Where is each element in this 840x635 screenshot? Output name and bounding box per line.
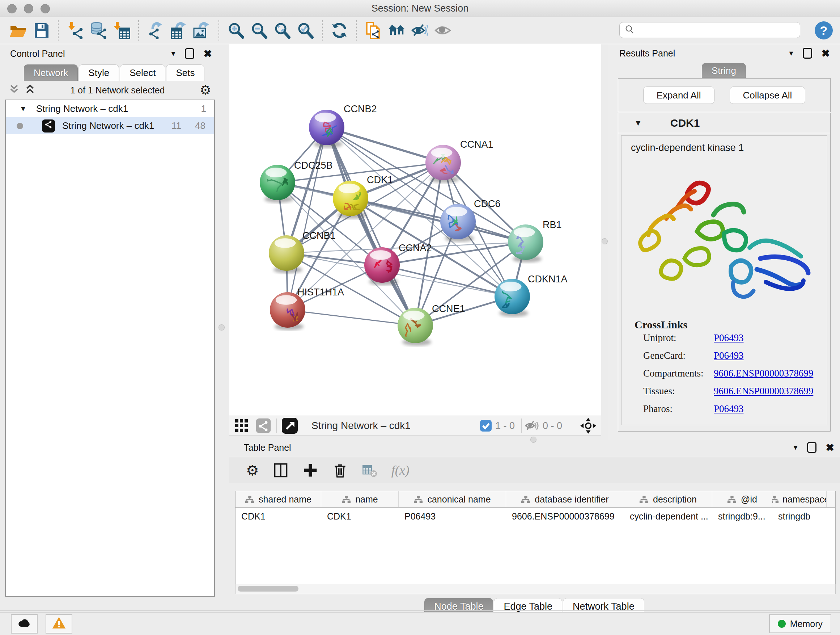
- network-view[interactable]: CCNB2CCNA1CDC25BCDK1CDC6RB1CCNB1CCNA2CDK…: [229, 44, 601, 416]
- add-column-icon[interactable]: [302, 462, 318, 478]
- table-horizontal-scrollbar[interactable]: [235, 584, 836, 594]
- crosslink-link[interactable]: 9606.ENSP00000378699: [714, 368, 813, 379]
- export-network-button[interactable]: [144, 19, 167, 42]
- node-details-header[interactable]: ▼ CDK1: [618, 113, 830, 133]
- grid-view-icon[interactable]: [234, 418, 249, 433]
- results-panel-float-icon[interactable]: ▾: [789, 49, 793, 58]
- search-box[interactable]: [619, 22, 800, 38]
- tab-sets[interactable]: Sets: [166, 65, 204, 81]
- first-neighbors-button[interactable]: [385, 19, 408, 42]
- network-share-icon[interactable]: [256, 418, 271, 434]
- delete-column-icon[interactable]: [332, 462, 348, 478]
- tree-caret-icon[interactable]: ▼: [19, 105, 27, 113]
- network-node-CCNB2[interactable]: [309, 110, 344, 145]
- table-panel-maximize-icon[interactable]: [807, 442, 816, 453]
- results-panel-maximize-icon[interactable]: [803, 48, 812, 59]
- network-node-CDC6[interactable]: [440, 204, 476, 239]
- duplicate-network-button[interactable]: [362, 19, 385, 42]
- table-cell[interactable]: CDK1: [235, 508, 321, 524]
- cloud-status-button[interactable]: [11, 614, 38, 633]
- export-table-button[interactable]: [167, 19, 190, 42]
- column-header-canonical-name[interactable]: canonical name: [399, 491, 506, 507]
- zoom-fit-button[interactable]: [271, 19, 294, 42]
- tab-string[interactable]: String: [702, 63, 746, 78]
- column-header-description[interactable]: description: [624, 491, 712, 507]
- network-node-CCNA1[interactable]: [425, 145, 461, 180]
- section-caret-icon[interactable]: ▼: [634, 119, 642, 128]
- column-header-shared-name[interactable]: shared name: [235, 491, 321, 507]
- crosslink-link[interactable]: P06493: [714, 333, 744, 344]
- table-cell[interactable]: CDK1: [321, 508, 399, 524]
- network-node-CCNA2[interactable]: [364, 247, 400, 283]
- refresh-layout-button[interactable]: [328, 19, 351, 42]
- show-columns-icon[interactable]: [273, 462, 289, 478]
- collapse-all-networks-icon[interactable]: [25, 84, 35, 97]
- network-options-gear-icon[interactable]: ⚙: [200, 84, 211, 97]
- control-panel-float-icon[interactable]: ▾: [171, 49, 175, 58]
- table-options-gear-icon[interactable]: ⚙: [246, 463, 259, 478]
- network-status-dot: [17, 123, 23, 129]
- network-node-CDKN1A[interactable]: [494, 279, 530, 314]
- hidden-eye-icon[interactable]: [524, 418, 539, 433]
- network-node-CDK1[interactable]: [333, 181, 368, 216]
- results-panel-close-icon[interactable]: ✖: [821, 48, 830, 59]
- right-splitter-handle[interactable]: [602, 238, 608, 244]
- import-network-database-button[interactable]: [87, 19, 110, 42]
- column-type-icon: [414, 495, 424, 504]
- column-header-name[interactable]: name: [321, 491, 399, 507]
- zoom-in-button[interactable]: [224, 19, 248, 42]
- network-graph[interactable]: CCNB2CCNA1CDC25BCDK1CDC6RB1CCNB1CCNA2CDK…: [229, 44, 601, 416]
- network-collection-row[interactable]: ▼ String Network – cdk1 1: [6, 100, 214, 117]
- column-header-database-identifier[interactable]: database identifier: [506, 491, 624, 507]
- detach-view-icon[interactable]: [282, 418, 298, 434]
- save-session-button[interactable]: [30, 19, 53, 42]
- birds-eye-view-icon[interactable]: [580, 418, 596, 434]
- search-input[interactable]: [638, 25, 800, 36]
- table-row[interactable]: CDK1CDK1P064939606.ENSP00000378699cyclin…: [235, 508, 835, 524]
- column-header--id[interactable]: @id: [712, 491, 772, 507]
- network-node-CCNE1[interactable]: [398, 308, 433, 343]
- collapse-all-button[interactable]: Collapse All: [729, 87, 806, 104]
- selected-checkbox-icon[interactable]: [480, 420, 492, 432]
- help-button[interactable]: ?: [815, 21, 833, 40]
- table-panel-close-icon[interactable]: ✖: [826, 442, 834, 454]
- table-body: CDK1CDK1P064939606.ENSP00000378699cyclin…: [235, 508, 835, 524]
- column-header-namespace[interactable]: namespace: [772, 491, 827, 507]
- table-cell[interactable]: 9606.ENSP00000378699: [506, 508, 624, 524]
- crosslink-link[interactable]: P06493: [714, 350, 744, 361]
- export-image-button[interactable]: [190, 19, 213, 42]
- expand-all-button[interactable]: Expand All: [643, 87, 714, 104]
- network-node-CCNB1[interactable]: [269, 235, 304, 271]
- table-cell[interactable]: cyclin-dependent ...: [624, 508, 712, 524]
- crosslink-row: Tissues:9606.ENSP00000378699: [643, 386, 827, 397]
- tab-select[interactable]: Select: [120, 65, 165, 81]
- import-table-file-button[interactable]: [110, 19, 133, 42]
- network-node-RB1[interactable]: [508, 225, 543, 260]
- expand-all-networks-icon[interactable]: [9, 84, 19, 97]
- tab-style[interactable]: Style: [79, 65, 119, 81]
- zoom-out-button[interactable]: [248, 19, 271, 42]
- scrollbar-thumb[interactable]: [238, 586, 298, 592]
- network-node-CDC25B[interactable]: [260, 165, 295, 200]
- node-label-CCNA2: CCNA2: [399, 242, 432, 253]
- hide-selected-button[interactable]: [408, 19, 431, 42]
- node-table: shared namenamecanonical namedatabase id…: [235, 491, 836, 585]
- crosslink-link[interactable]: 9606.ENSP00000378699: [714, 386, 813, 397]
- table-toolbar: ⚙ f(x): [229, 457, 840, 483]
- warnings-button[interactable]: [46, 614, 73, 633]
- crosslink-link[interactable]: P06493: [714, 403, 744, 415]
- open-session-button[interactable]: [6, 19, 30, 42]
- tab-network[interactable]: Network: [24, 65, 78, 81]
- table-cell[interactable]: P06493: [399, 508, 506, 524]
- table-panel-float-icon[interactable]: ▾: [793, 443, 797, 452]
- control-panel-maximize-icon[interactable]: [185, 48, 194, 59]
- network-row[interactable]: String Network – cdk1 11 48: [6, 117, 214, 134]
- zoom-selected-button[interactable]: [294, 19, 317, 42]
- table-cell[interactable]: stringdb: [772, 508, 827, 524]
- memory-button[interactable]: Memory: [769, 614, 831, 633]
- import-network-file-button[interactable]: [64, 19, 87, 42]
- show-all-button[interactable]: [431, 19, 454, 42]
- table-cell[interactable]: stringdb:9...: [712, 508, 772, 524]
- left-splitter-handle[interactable]: [218, 325, 225, 331]
- control-panel-close-icon[interactable]: ✖: [204, 48, 212, 60]
